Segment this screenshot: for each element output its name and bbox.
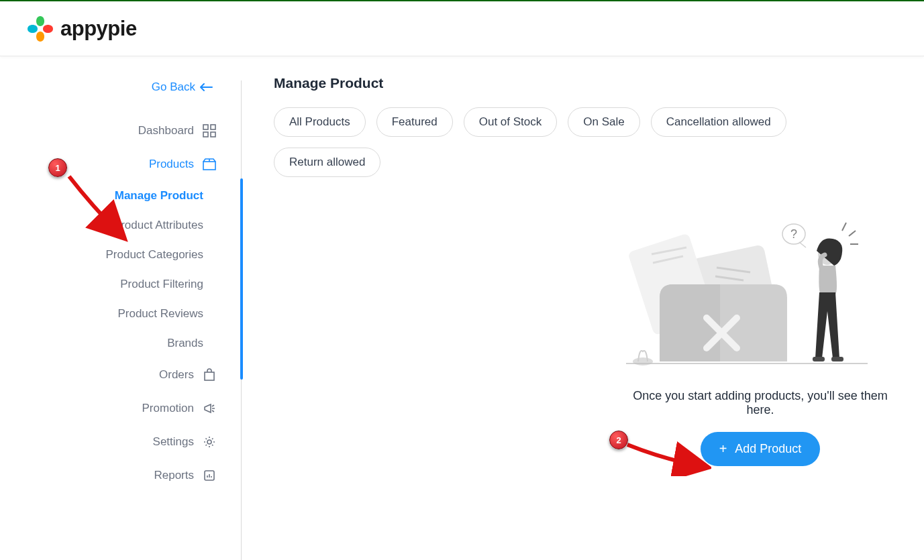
brand-name: appypie xyxy=(60,17,137,41)
subitem-label: Product Filtering xyxy=(120,278,203,290)
filter-chip-out-of-stock[interactable]: Out of Stock xyxy=(464,107,558,137)
page-title: Manage Product xyxy=(274,75,901,91)
products-icon xyxy=(202,157,217,172)
go-back-label: Go Back xyxy=(152,80,195,94)
settings-icon xyxy=(202,435,217,449)
orders-icon xyxy=(202,368,217,382)
filter-chip-return-allowed[interactable]: Return allowed xyxy=(274,148,380,177)
sidebar-item-label: Orders xyxy=(159,368,194,382)
subitem-label: Brands xyxy=(167,337,203,349)
add-product-button[interactable]: + Add Product xyxy=(701,432,821,466)
annotation-callout-1: 1 xyxy=(48,158,67,177)
subitem-label: Product Categories xyxy=(105,248,203,261)
go-back-arrow-icon xyxy=(199,82,213,92)
sidebar-item-reports[interactable]: Reports xyxy=(0,459,241,492)
svg-rect-23 xyxy=(831,357,843,361)
filter-chip-all-products[interactable]: All Products xyxy=(274,107,366,137)
sidebar-item-orders[interactable]: Orders xyxy=(0,358,241,392)
svg-line-26 xyxy=(842,223,846,231)
sidebar-item-promotion[interactable]: Promotion xyxy=(0,392,241,425)
svg-rect-1 xyxy=(211,125,215,129)
sidebar-item-label: Products xyxy=(149,158,194,171)
empty-state-illustration: ? xyxy=(619,217,874,378)
sidebar-item-label: Promotion xyxy=(142,402,194,415)
filter-chip-cancellation-allowed[interactable]: Cancellation allowed xyxy=(651,107,786,137)
sidebar-item-label: Dashboard xyxy=(138,124,194,137)
sidebar-item-label: Reports xyxy=(154,469,194,482)
sidebar-subitem-product-reviews[interactable]: Product Reviews xyxy=(0,299,203,329)
plus-icon: + xyxy=(719,441,727,457)
reports-icon xyxy=(202,468,217,483)
add-product-label: Add Product xyxy=(735,442,801,456)
svg-point-7 xyxy=(207,440,211,444)
sidebar-subitem-brands[interactable]: Brands xyxy=(0,329,203,358)
filter-chip-featured[interactable]: Featured xyxy=(376,107,453,137)
svg-point-20 xyxy=(633,357,653,366)
header: appypie xyxy=(0,1,924,56)
brand-logo: appypie xyxy=(25,14,137,44)
filter-chip-on-sale[interactable]: On Sale xyxy=(568,107,639,137)
annotation-callout-2: 2 xyxy=(609,431,628,449)
dashboard-icon xyxy=(202,123,217,138)
svg-line-27 xyxy=(849,231,856,236)
sidebar: Go Back Dashboard Products Manage Produc… xyxy=(0,56,242,560)
svg-rect-22 xyxy=(813,357,825,361)
svg-text:?: ? xyxy=(790,227,797,241)
appypie-logo-icon xyxy=(25,14,55,44)
svg-rect-2 xyxy=(203,132,208,137)
main-content: Manage Product All Products Featured Out… xyxy=(242,56,924,560)
svg-rect-6 xyxy=(205,372,214,380)
annotation-arrow-2 xyxy=(624,439,711,476)
sidebar-item-label: Settings xyxy=(153,435,194,449)
svg-rect-3 xyxy=(211,132,215,137)
filter-chip-row: All Products Featured Out of Stock On Sa… xyxy=(274,107,901,177)
promotion-icon xyxy=(202,401,217,416)
sidebar-item-settings[interactable]: Settings xyxy=(0,425,241,459)
svg-rect-0 xyxy=(203,125,208,129)
annotation-arrow-1 xyxy=(66,173,133,247)
sidebar-item-dashboard[interactable]: Dashboard xyxy=(0,114,241,148)
go-back-link[interactable]: Go Back xyxy=(0,80,241,94)
svg-rect-4 xyxy=(203,162,215,170)
empty-state-caption: Once you start adding products, you'll s… xyxy=(619,389,901,417)
sidebar-subitem-product-filtering[interactable]: Product Filtering xyxy=(0,270,203,299)
empty-state: ? Once you start adding products, you'll… xyxy=(619,217,901,466)
subitem-label: Product Reviews xyxy=(117,307,203,320)
